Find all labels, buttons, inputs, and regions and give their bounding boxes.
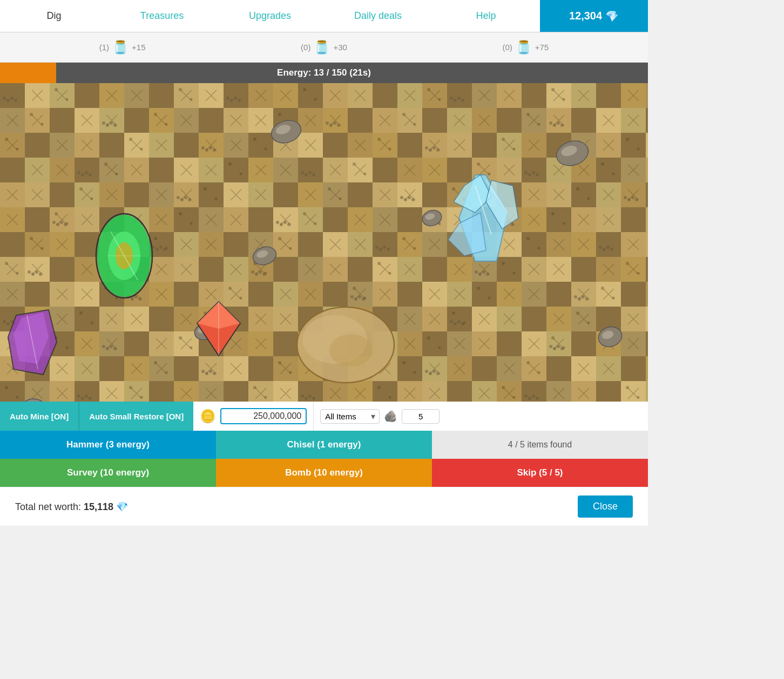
bottom-controls: Auto Mine [ON] Auto Small Restore [ON] 🪙…	[0, 402, 648, 487]
survey-button[interactable]: Survey (10 energy)	[0, 459, 216, 487]
svg-marker-9	[448, 213, 486, 256]
gem-count-value: 12,304	[569, 10, 602, 22]
treasure-sandy-artifact[interactable]	[292, 299, 400, 391]
controls-row-2: Hammer (3 energy) Chisel (1 energy) 4 / …	[0, 431, 648, 459]
tab-upgrades[interactable]: Upgrades	[216, 0, 324, 32]
booster-1-icon: 🫙	[112, 40, 129, 55]
currency-icon: 🪙	[200, 409, 216, 424]
treasure-red-diamond[interactable]	[194, 299, 243, 358]
skip-button[interactable]: Skip (5 / 5)	[432, 459, 648, 487]
game-area[interactable]	[0, 83, 648, 402]
close-button[interactable]: Close	[578, 495, 633, 518]
booster-1-count: (1)	[99, 43, 109, 52]
svg-point-20	[329, 334, 373, 366]
boosters-row: (1) 🫙 +15 (0) 🫙 +30 (0) 🫙 +75	[0, 32, 648, 63]
booster-3-plus: +75	[535, 43, 549, 52]
gem-count-display: 12,304 💎	[540, 0, 648, 32]
booster-2[interactable]: (0) 🫙 +30	[301, 40, 347, 55]
currency-input[interactable]	[220, 408, 307, 424]
net-worth-display: Total net worth: 15,118 💎	[15, 501, 128, 513]
treasure-purple-gem[interactable]	[5, 304, 59, 380]
booster-1-plus: +15	[132, 43, 145, 52]
tab-daily-deals[interactable]: Daily deals	[324, 0, 432, 32]
controls-row-1: Auto Mine [ON] Auto Small Restore [ON] 🪙…	[0, 402, 648, 431]
bottom-bar: Total net worth: 15,118 💎 Close	[0, 487, 648, 526]
auto-mine-button[interactable]: Auto Mine [ON]	[0, 402, 79, 431]
treasure-blue-crystal[interactable]	[437, 169, 524, 267]
tab-help[interactable]: Help	[432, 0, 540, 32]
booster-3-count: (0)	[502, 43, 512, 52]
treasure-green-gem[interactable]	[92, 207, 157, 304]
energy-bar: Energy: 13 / 150 (21s)	[0, 63, 648, 83]
energy-fill	[0, 63, 56, 83]
chisel-button[interactable]: Chisel (1 energy)	[216, 431, 432, 459]
currency-section: 🪙	[193, 402, 314, 431]
auto-restore-button[interactable]: Auto Small Restore [ON]	[79, 402, 193, 431]
top-navigation: Dig Treasures Upgrades Daily deals Help …	[0, 0, 648, 32]
gem-icon: 💎	[605, 10, 619, 23]
items-found-display: 4 / 5 items found	[432, 431, 648, 459]
booster-1[interactable]: (1) 🫙 +15	[99, 40, 146, 55]
tab-treasures[interactable]: Treasures	[108, 0, 216, 32]
booster-3-icon: 🫙	[516, 40, 532, 55]
booster-2-count: (0)	[301, 43, 310, 52]
rock-filter-icon: 🪨	[384, 410, 397, 423]
net-worth-gem-icon: 💎	[116, 501, 128, 512]
filter-select-wrapper[interactable]: All Items Gems Artifacts Fossils	[320, 409, 380, 424]
booster-2-icon: 🫙	[314, 40, 330, 55]
net-worth-label: Total net worth:	[15, 501, 84, 512]
energy-text: Energy: 13 / 150 (21s)	[277, 67, 371, 78]
booster-3[interactable]: (0) 🫙 +75	[502, 40, 549, 55]
bomb-button[interactable]: Bomb (10 energy)	[216, 459, 432, 487]
treasure-rock[interactable]	[19, 393, 49, 402]
net-worth-value: 15,118	[84, 501, 113, 512]
hammer-button[interactable]: Hammer (3 energy)	[0, 431, 216, 459]
controls-row-3: Survey (10 energy) Bomb (10 energy) Skip…	[0, 459, 648, 487]
filter-section: All Items Gems Artifacts Fossils 🪨	[314, 402, 648, 431]
svg-point-21	[21, 399, 46, 402]
tab-dig[interactable]: Dig	[0, 0, 108, 32]
filter-select[interactable]: All Items Gems Artifacts Fossils	[320, 409, 380, 424]
booster-2-plus: +30	[333, 43, 347, 52]
count-filter-input[interactable]	[402, 409, 440, 424]
